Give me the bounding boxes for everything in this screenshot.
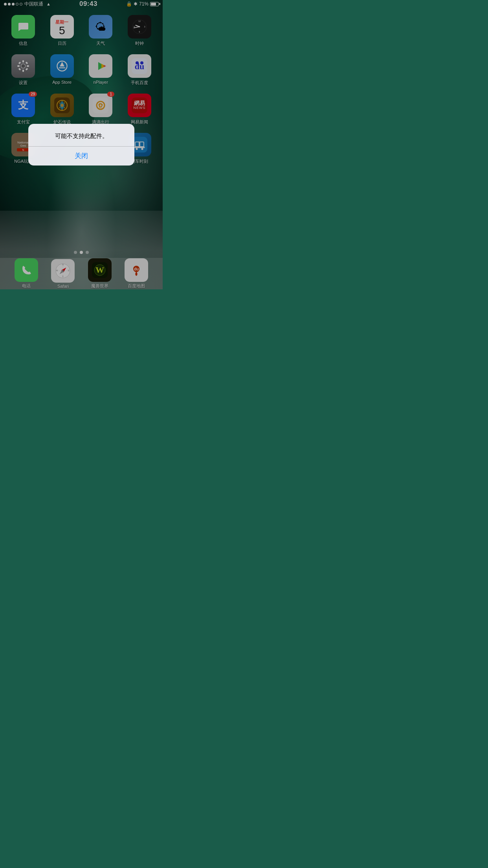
alert-message: 可能不支持此配件。 [35,132,128,140]
alert-dialog: 可能不支持此配件。 关闭 [28,124,134,166]
alert-body: 可能不支持此配件。 [28,124,134,146]
alert-close-button[interactable]: 关闭 [28,146,134,166]
alert-overlay[interactable]: 可能不支持此配件。 关闭 [0,0,163,289]
